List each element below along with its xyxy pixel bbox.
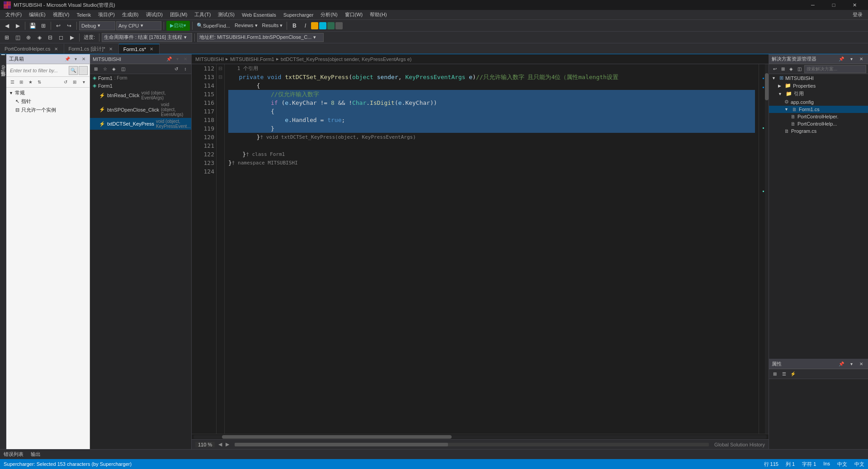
italic-btn[interactable]: I: [300, 21, 310, 31]
nav-back-btn[interactable]: ◀: [2, 21, 12, 31]
solution-project-root[interactable]: ▼ ⊞ MITSUBISHI: [769, 74, 868, 82]
menu-test[interactable]: 测试(S): [214, 10, 238, 19]
menu-team[interactable]: 团队(M): [166, 10, 191, 19]
members-toolbar-btn2[interactable]: ☆: [101, 65, 109, 73]
zoom-next[interactable]: ▶: [226, 441, 229, 447]
menu-edit[interactable]: 编辑(E): [25, 10, 49, 19]
toolbox-search-input[interactable]: [8, 66, 68, 75]
start-btn[interactable]: ▶ 启动 ▾: [166, 21, 190, 31]
editor-scrollbar-track[interactable]: [765, 64, 769, 434]
members-method-btnsp[interactable]: ⚡ btnSPOpenClose_Click void (object, Eve…: [90, 101, 191, 118]
toolbar2-btn6[interactable]: ◻: [56, 33, 66, 42]
members-toolbar-btn3[interactable]: ◈: [110, 65, 118, 73]
tab-form1-design[interactable]: Form1.cs [设计]* ✕: [64, 44, 119, 54]
members-toolbar-btn6[interactable]: ↕: [181, 65, 189, 73]
toolbox-expand[interactable]: ⊞: [71, 78, 79, 86]
members-class-form1-form[interactable]: ◈ Form1 : Form: [90, 74, 191, 82]
menu-analyze[interactable]: 分析(N): [317, 10, 341, 19]
prop-btn3[interactable]: ⚡: [789, 370, 797, 378]
nav-forward-btn[interactable]: ▶: [13, 21, 23, 31]
save-btn[interactable]: 💾: [28, 21, 38, 31]
menu-debug[interactable]: 调试(D): [142, 10, 166, 19]
menu-supercharger[interactable]: Supercharger: [280, 11, 317, 19]
tab-close-1[interactable]: ✕: [53, 46, 59, 52]
solution-appconfig[interactable]: ⚙ app.config: [769, 98, 868, 106]
members-pin-btn[interactable]: 📌: [166, 56, 172, 62]
toolbar2-btn7[interactable]: ▶: [67, 33, 77, 42]
toolbox-sort[interactable]: ⇅: [35, 78, 43, 86]
toolbar2-btn2[interactable]: ◫: [13, 33, 23, 42]
tab-portcontrolhelper[interactable]: PortControlHelper.cs ✕: [0, 44, 64, 54]
toolbox-list-view[interactable]: ⊞: [17, 78, 25, 86]
members-dropdown-btn[interactable]: ▾: [174, 56, 180, 62]
solution-dropdown-btn[interactable]: ▾: [847, 55, 855, 63]
fold-116[interactable]: ⊟: [217, 73, 224, 81]
toolbox-search-btn[interactable]: 🔍: [69, 66, 78, 75]
tab-close-3[interactable]: ✕: [148, 46, 155, 52]
output-tab[interactable]: 输出: [31, 451, 41, 458]
menu-view[interactable]: 视图(V): [49, 10, 73, 19]
address-dropdown[interactable]: 地址栏: MITSUBISHI.Form1.btnSPOpenClose_C..…: [197, 33, 324, 42]
solution-pin-btn[interactable]: 📌: [837, 55, 845, 63]
results-btn[interactable]: Results ▾: [260, 21, 285, 31]
toolbar2-btn1[interactable]: ⊞: [2, 33, 12, 42]
members-toolbar-btn5[interactable]: ↺: [172, 65, 180, 73]
solution-portcontrol1[interactable]: 🗎 PortControlHelper.: [769, 113, 868, 120]
menu-help[interactable]: 帮助(H): [366, 10, 390, 19]
platform-dropdown[interactable]: Any CPU ▾: [116, 21, 161, 30]
members-method-btnread[interactable]: ⚡ btnRead_Click void (object, EventArgs): [90, 89, 191, 101]
solution-close-btn[interactable]: ✕: [857, 55, 865, 63]
toolbox-icon-view[interactable]: ☰: [8, 78, 16, 86]
login-button[interactable]: 登录: [849, 10, 866, 19]
members-toolbar-btn1[interactable]: ⊞: [92, 65, 100, 73]
solution-references[interactable]: ▼ 📁 引用: [769, 89, 868, 98]
map-tab[interactable]: Map: [0, 62, 6, 76]
menu-telerik[interactable]: Telerik: [73, 11, 94, 19]
editor-hscrollbar[interactable]: [192, 434, 769, 439]
code-content[interactable]: 1 个引用 private void txtDCTSet_KeyPress(ob…: [225, 64, 759, 434]
solution-btn4[interactable]: ◫: [796, 65, 803, 73]
toolbox-item-pointer[interactable]: ↖ 指针: [6, 97, 90, 106]
minimize-button[interactable]: ─: [803, 0, 823, 10]
lifecycle-dropdown[interactable]: 生命周期事件 : 结束 [17816] 主线程 ▾: [102, 33, 192, 42]
error-list-tab[interactable]: 错误列表: [4, 451, 24, 458]
prop-btn1[interactable]: ⊞: [771, 370, 779, 378]
menu-project[interactable]: 项目(P): [94, 10, 118, 19]
toolbox-section-common-header[interactable]: ▼ 常规: [6, 89, 90, 97]
debug-config-dropdown[interactable]: Debug ▾: [79, 21, 115, 30]
toolbar2-btn3[interactable]: ⊕: [24, 33, 33, 42]
color1-btn[interactable]: [311, 22, 318, 29]
undo-btn[interactable]: ↩: [53, 21, 63, 31]
hscroll-track[interactable]: [193, 435, 767, 439]
toolbox-reset[interactable]: ↺: [61, 78, 70, 86]
solution-program-cs[interactable]: 🗎 Program.cs: [769, 127, 868, 135]
solution-btn2[interactable]: ⊞: [779, 65, 787, 73]
tab-form1-cs[interactable]: Form1.cs* ✕: [119, 44, 160, 54]
toolbox-clear-btn[interactable]: ✕: [79, 66, 88, 75]
save-all-btn[interactable]: ⊞: [38, 21, 48, 31]
prop-btn2[interactable]: ☰: [780, 370, 788, 378]
bold-btn[interactable]: B: [289, 21, 299, 31]
properties-close-btn[interactable]: ✕: [857, 360, 865, 368]
toolbar2-btn4[interactable]: ◈: [34, 33, 44, 42]
properties-dropdown-btn[interactable]: ▾: [847, 360, 855, 368]
server-explorer-tab[interactable]: 服务器资源管理器: [0, 56, 7, 61]
toolbox-item-single-instance[interactable]: ⊟ 只允许一个实例: [6, 106, 90, 114]
zoom-level[interactable]: 110 %: [195, 442, 215, 447]
zoom-prev[interactable]: ◀: [218, 441, 222, 447]
solution-form1-cs[interactable]: ▼ 🗎 Form1.cs: [769, 106, 868, 113]
solution-properties[interactable]: ▶ 📁 Properties: [769, 82, 868, 89]
solution-btn3[interactable]: ◈: [788, 65, 795, 73]
toolbox-pin-btn[interactable]: 📌: [64, 56, 71, 62]
toolbox-star[interactable]: ★: [26, 78, 34, 86]
toolbox-close-btn[interactable]: ✕: [80, 56, 87, 62]
tab-close-2[interactable]: ✕: [108, 46, 114, 52]
members-method-txtdct[interactable]: ⚡ txtDCTSet_KeyPress void (object, KeyPr…: [90, 118, 191, 130]
redo-btn[interactable]: ↪: [64, 21, 74, 31]
menu-webessentials[interactable]: Web Essentials: [238, 11, 280, 19]
toolbox-collapse[interactable]: ▾: [80, 78, 88, 86]
fold-113[interactable]: ⊟: [217, 64, 224, 73]
reviews-btn[interactable]: Reviews ▾: [233, 21, 259, 31]
zoom-slider[interactable]: [235, 443, 709, 446]
close-button[interactable]: ✕: [844, 0, 864, 10]
